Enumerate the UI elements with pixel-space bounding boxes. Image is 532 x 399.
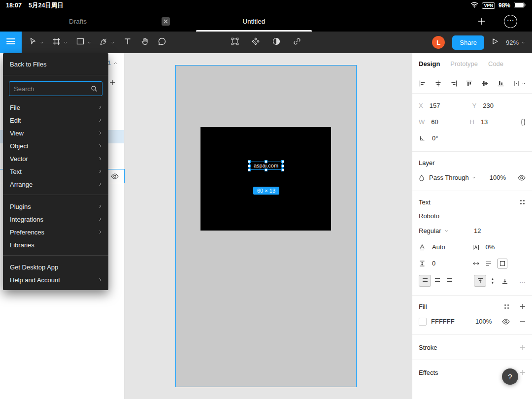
- fill-eye-icon[interactable]: [502, 319, 510, 325]
- rotation-icon: [419, 135, 426, 142]
- share-button[interactable]: Share: [452, 35, 484, 50]
- line-height-field[interactable]: Auto: [432, 243, 445, 251]
- selection-handle[interactable]: [265, 168, 267, 171]
- shape-tool[interactable]: [76, 37, 91, 48]
- menu-item-get-desktop-app[interactable]: Get Desktop App: [3, 261, 108, 273]
- align-bottom-icon[interactable]: [497, 80, 504, 87]
- constrain-proportions-icon[interactable]: [521, 118, 526, 126]
- pen-tool[interactable]: [100, 37, 115, 48]
- add-fill-icon[interactable]: [520, 303, 526, 309]
- remove-fill-icon[interactable]: [520, 319, 526, 325]
- selected-text-layer[interactable]: aspai.com: [249, 162, 283, 170]
- new-file-button[interactable]: [475, 15, 488, 28]
- fixed-size-icon[interactable]: [498, 259, 507, 268]
- menu-item-libraries[interactable]: Libraries: [3, 238, 108, 251]
- tab-code[interactable]: Code: [488, 60, 503, 67]
- selection-handle[interactable]: [248, 165, 251, 167]
- font-style-select[interactable]: Regular: [419, 227, 441, 234]
- move-tool[interactable]: [29, 37, 44, 48]
- menu-item-view[interactable]: View: [3, 127, 108, 139]
- zoom-control[interactable]: 92%: [506, 39, 525, 46]
- menu-item-preferences[interactable]: Preferences: [3, 226, 108, 238]
- edit-object-button[interactable]: [231, 37, 239, 48]
- menu-item-edit[interactable]: Edit: [3, 114, 108, 127]
- blend-mode-select[interactable]: Pass Through: [429, 174, 469, 181]
- hand-tool[interactable]: [140, 37, 149, 48]
- layer-opacity-field[interactable]: 100%: [490, 174, 506, 181]
- text-more-options[interactable]: …: [519, 277, 526, 285]
- letter-spacing-field[interactable]: 0%: [486, 243, 495, 251]
- vertical-align-top-icon[interactable]: [474, 275, 486, 287]
- text-align-right-icon[interactable]: [443, 275, 456, 287]
- link-button[interactable]: [293, 37, 301, 48]
- selection-handle[interactable]: [281, 160, 284, 163]
- text-align-left-icon[interactable]: [419, 275, 431, 287]
- paragraph-spacing-field[interactable]: 0: [432, 260, 435, 267]
- frame-tool[interactable]: [52, 37, 67, 48]
- menu-item-object[interactable]: Object: [3, 139, 108, 152]
- add-effect-icon[interactable]: [520, 369, 526, 375]
- vertical-align-center-icon[interactable]: [486, 275, 499, 287]
- menu-item-plugins[interactable]: Plugins: [3, 200, 108, 213]
- tab-prototype[interactable]: Prototype: [450, 60, 478, 67]
- selection-handle[interactable]: [248, 168, 251, 171]
- tab-untitled[interactable]: Untitled: [196, 11, 312, 32]
- rotation-field[interactable]: 0°: [432, 134, 438, 142]
- mask-button[interactable]: [272, 37, 281, 48]
- add-page-button[interactable]: [109, 79, 115, 88]
- vertical-align-bottom-icon[interactable]: [499, 275, 511, 287]
- menu-item-text[interactable]: Text: [3, 165, 108, 178]
- y-field[interactable]: 230: [483, 102, 494, 109]
- add-stroke-icon[interactable]: [520, 344, 526, 350]
- fill-hex-field[interactable]: FFFFFF: [431, 318, 475, 325]
- tab-drafts[interactable]: Drafts: [54, 11, 101, 32]
- font-family-select[interactable]: Roboto: [419, 212, 439, 220]
- avatar[interactable]: L: [432, 36, 445, 49]
- align-top-icon[interactable]: [466, 80, 473, 87]
- align-left-icon[interactable]: [419, 80, 426, 87]
- menu-group-plugins: Plugins Integrations Preferences Librari…: [3, 195, 108, 255]
- x-field[interactable]: 157: [430, 102, 440, 109]
- help-button[interactable]: ?: [502, 368, 518, 385]
- layer-visibility-eye-icon[interactable]: [111, 173, 119, 179]
- font-size-field[interactable]: 12: [474, 227, 481, 234]
- canvas-frame[interactable]: [176, 66, 356, 387]
- width-field[interactable]: 60: [431, 118, 438, 126]
- menu-item-help-and-account[interactable]: Help and Account: [3, 273, 108, 286]
- tab-design[interactable]: Design: [419, 60, 440, 67]
- height-field[interactable]: 13: [481, 118, 488, 126]
- auto-width-icon[interactable]: [472, 261, 480, 266]
- back-to-files-item[interactable]: Back to Files: [3, 53, 108, 75]
- chevron-down-icon: [64, 41, 67, 44]
- align-right-icon[interactable]: [450, 80, 458, 87]
- menu-item-vector[interactable]: Vector: [3, 152, 108, 165]
- close-tab-icon[interactable]: [162, 17, 170, 26]
- selection-handle[interactable]: [281, 168, 284, 171]
- align-horizontal-center-icon[interactable]: [434, 80, 442, 87]
- auto-height-icon[interactable]: [485, 261, 492, 266]
- text-tool[interactable]: [123, 37, 132, 48]
- layer-eye-icon[interactable]: [518, 175, 526, 181]
- fill-opacity-field[interactable]: 100%: [475, 318, 492, 325]
- selection-handle[interactable]: [281, 165, 284, 167]
- align-vertical-center-icon[interactable]: [481, 80, 489, 87]
- search-input[interactable]: [14, 85, 88, 93]
- fill-styles-icon[interactable]: [503, 303, 510, 310]
- black-rectangle-layer[interactable]: [200, 127, 331, 231]
- selection-handle[interactable]: [248, 160, 251, 163]
- main-menu-button[interactable]: [0, 32, 22, 53]
- selection-handle[interactable]: [265, 160, 267, 163]
- comment-tool[interactable]: [158, 37, 166, 48]
- fill-color-swatch[interactable]: [419, 318, 427, 326]
- pages-toggle[interactable]: 1: [108, 60, 117, 66]
- text-styles-icon[interactable]: [519, 199, 526, 205]
- overflow-menu-button[interactable]: ⋯: [504, 15, 517, 28]
- create-component-button[interactable]: [251, 37, 260, 48]
- text-align-center-icon[interactable]: [431, 275, 443, 287]
- chevron-right-icon: [99, 278, 101, 282]
- present-button[interactable]: [492, 38, 499, 47]
- distribute-icon[interactable]: [513, 80, 526, 87]
- menu-item-arrange[interactable]: Arrange: [3, 178, 108, 191]
- menu-item-file[interactable]: File: [3, 101, 108, 114]
- menu-item-integrations[interactable]: Integrations: [3, 213, 108, 226]
